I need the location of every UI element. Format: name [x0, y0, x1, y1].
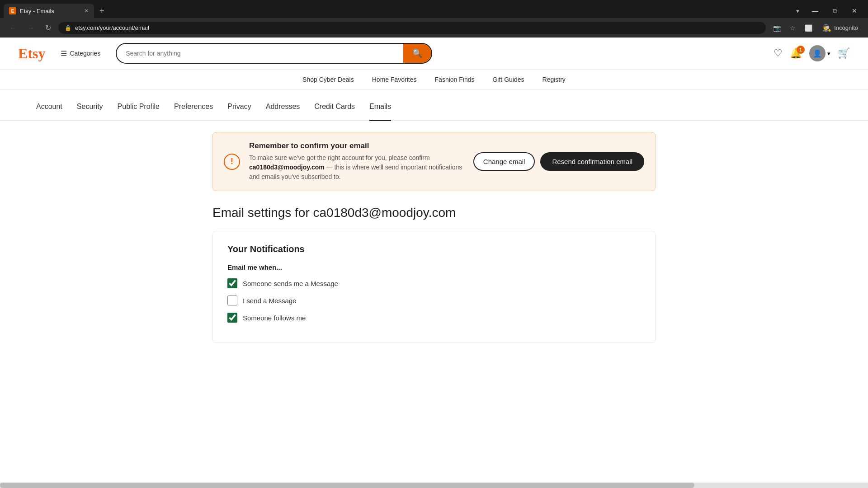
categories-label: Categories — [70, 50, 100, 57]
address-bar[interactable]: 🔒 etsy.com/your/account/email — [58, 22, 766, 34]
search-bar: 🔍 — [116, 43, 432, 64]
send-message-checkbox[interactable] — [227, 296, 237, 305]
change-email-button[interactable]: Change email — [473, 152, 535, 171]
search-button[interactable]: 🔍 — [403, 44, 431, 63]
follows-me-label[interactable]: Someone follows me — [243, 314, 306, 322]
sends-message-label[interactable]: Someone sends me a Message — [243, 280, 338, 287]
alert-desc-before: To make sure we've got the right account… — [249, 154, 430, 161]
notifications-title: Your Notifications — [227, 244, 641, 254]
checkbox-row-send-message: I send a Message — [227, 296, 641, 305]
heart-icon: ♡ — [774, 47, 783, 59]
tab-addresses[interactable]: Addresses — [266, 94, 300, 121]
tab-favicon: E — [9, 7, 16, 14]
tab-account[interactable]: Account — [36, 94, 62, 121]
favorites-button[interactable]: ♡ — [774, 47, 783, 59]
cart-button[interactable]: 🛒 — [838, 47, 850, 59]
user-icon: 👤 — [813, 49, 822, 58]
checkbox-row-sends-message: Someone sends me a Message — [227, 278, 641, 288]
url-text: etsy.com/your/account/email — [75, 24, 760, 31]
notifications-button[interactable]: 🔔 1 — [790, 47, 802, 59]
alert-text: Remember to confirm your email To make s… — [249, 141, 464, 182]
lock-icon: 🔒 — [65, 25, 71, 31]
site-header: Etsy ☰ Categories 🔍 ♡ 🔔 1 👤 ▾ — [0, 38, 868, 70]
tab-security[interactable]: Security — [77, 94, 103, 121]
notification-badge: 1 — [797, 46, 805, 54]
email-settings-title-prefix: Email settings for — [212, 206, 313, 220]
nav-fashion-finds[interactable]: Fashion Finds — [435, 76, 475, 83]
nav-gift-guides[interactable]: Gift Guides — [492, 76, 524, 83]
user-avatar: 👤 — [809, 45, 826, 61]
search-input[interactable] — [117, 44, 403, 63]
alert-description: To make sure we've got the right account… — [249, 153, 464, 182]
scrollbar-thumb[interactable] — [0, 483, 694, 488]
close-tab-icon[interactable]: ✕ — [84, 8, 89, 14]
checkbox-row-follows-me: Someone follows me — [227, 313, 641, 323]
tab-public-profile[interactable]: Public Profile — [118, 94, 160, 121]
alert-banner: ! Remember to confirm your email To make… — [212, 132, 656, 191]
resend-confirmation-button[interactable]: Resend confirmation email — [540, 152, 644, 171]
reload-button[interactable]: ↻ — [42, 22, 55, 34]
alert-actions: Change email Resend confirmation email — [473, 152, 644, 171]
toolbar-icons: 📷 ☆ ⬜ 🕵 Incognito — [769, 22, 863, 34]
sends-message-checkbox[interactable] — [227, 278, 237, 288]
browser-toolbar: ← → ↻ 🔒 etsy.com/your/account/email 📷 ☆ … — [0, 18, 868, 38]
search-icon: 🔍 — [412, 49, 422, 58]
incognito-label: Incognito — [834, 24, 858, 31]
alert-email: ca0180d3@moodjoy.com — [249, 164, 325, 171]
hamburger-icon: ☰ — [61, 49, 67, 58]
extensions-icon-button[interactable]: ⬜ — [801, 23, 816, 33]
notifications-card: Your Notifications Email me when... Some… — [212, 231, 656, 343]
email-settings-email: ca0180d3@moodjoy.com — [313, 206, 456, 220]
active-tab[interactable]: E Etsy - Emails ✕ — [4, 4, 94, 18]
logo[interactable]: Etsy — [18, 45, 45, 62]
window-controls: — ⧉ ✕ — [805, 5, 864, 18]
send-message-label[interactable]: I send a Message — [243, 297, 296, 305]
restore-button[interactable]: ⧉ — [826, 5, 844, 18]
scrollbar-track[interactable] — [0, 483, 868, 488]
new-tab-button[interactable]: + — [96, 5, 108, 18]
nav-home-favorites[interactable]: Home Favorites — [372, 76, 417, 83]
email-when-label: Email me when... — [227, 263, 641, 271]
tab-preferences[interactable]: Preferences — [174, 94, 213, 121]
follows-me-checkbox[interactable] — [227, 313, 237, 323]
account-tabs: Account Security Public Profile Preferen… — [0, 94, 868, 121]
back-button[interactable]: ← — [5, 22, 20, 34]
nav-links: Shop Cyber Deals Home Favorites Fashion … — [0, 70, 868, 90]
email-settings-title: Email settings for ca0180d3@moodjoy.com — [212, 206, 656, 220]
browser-chrome: E Etsy - Emails ✕ + ▾ — ⧉ ✕ ← → ↻ 🔒 etsy… — [0, 0, 868, 38]
incognito-button[interactable]: 🕵 Incognito — [818, 22, 863, 34]
tab-dropdown-icon[interactable]: ▾ — [793, 5, 803, 16]
cart-icon: 🛒 — [838, 47, 850, 59]
tab-privacy[interactable]: Privacy — [227, 94, 251, 121]
nav-registry[interactable]: Registry — [542, 76, 566, 83]
chevron-down-icon: ▾ — [827, 50, 830, 57]
tab-credit-cards[interactable]: Credit Cards — [314, 94, 355, 121]
logo-text: Etsy — [18, 45, 45, 62]
page-content: Etsy ☰ Categories 🔍 ♡ 🔔 1 👤 ▾ — [0, 38, 868, 488]
close-window-button[interactable]: ✕ — [844, 5, 864, 18]
nav-shop-cyber-deals[interactable]: Shop Cyber Deals — [302, 76, 354, 83]
header-icons: ♡ 🔔 1 👤 ▾ 🛒 — [774, 45, 850, 61]
main-content: ! Remember to confirm your email To make… — [194, 121, 674, 363]
user-account-button[interactable]: 👤 ▾ — [809, 45, 830, 61]
tab-emails[interactable]: Emails — [369, 94, 391, 121]
alert-icon: ! — [224, 154, 240, 170]
alert-title: Remember to confirm your email — [249, 141, 464, 150]
minimize-button[interactable]: — — [805, 5, 826, 18]
bookmark-icon-button[interactable]: ☆ — [786, 23, 799, 33]
tab-title: Etsy - Emails — [20, 8, 80, 14]
categories-button[interactable]: ☰ Categories — [56, 47, 105, 61]
tab-bar: E Etsy - Emails ✕ + ▾ — ⧉ ✕ — [0, 0, 868, 18]
forward-button[interactable]: → — [24, 22, 38, 34]
camera-icon-button[interactable]: 📷 — [769, 23, 784, 33]
incognito-icon: 🕵 — [822, 23, 831, 32]
